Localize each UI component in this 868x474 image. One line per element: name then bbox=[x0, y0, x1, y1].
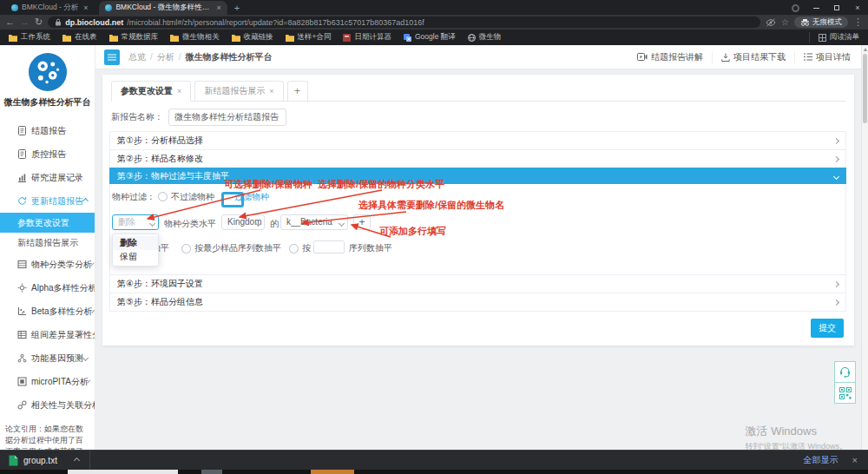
sidebar-item-qc-report[interactable]: 质控报告 bbox=[0, 142, 95, 166]
report-name-input[interactable] bbox=[168, 109, 286, 126]
rarefy-count-input[interactable] bbox=[313, 240, 345, 253]
sidebar-subitem-parameter-settings[interactable]: 参数更改设置 bbox=[0, 213, 95, 233]
report-name-row: 新报告名称： bbox=[111, 109, 286, 126]
file-icon bbox=[9, 455, 18, 466]
breadcrumb-overview[interactable]: 总览 bbox=[128, 51, 146, 63]
reading-list-button[interactable]: 阅读清单 bbox=[809, 32, 859, 43]
tab-parameter-settings[interactable]: 参数更改设置 × bbox=[111, 81, 191, 101]
menu-toggle-button[interactable] bbox=[104, 49, 120, 65]
sidebar-item-taxonomy[interactable]: 物种分类学分析 bbox=[0, 253, 95, 276]
bookmark-item[interactable]: 微生物相关 bbox=[170, 32, 220, 43]
add-tab-button[interactable]: + bbox=[287, 81, 308, 101]
citation-note: 论文引用：如果您在数据分析过程中使用了百迈客云平台或者获得了其他有效帮助，我们期… bbox=[5, 424, 89, 450]
step-5-header[interactable]: 第⑤步：样品分组信息 bbox=[109, 293, 846, 312]
radio-custom-rarefy[interactable] bbox=[289, 244, 299, 253]
chevron-up-icon[interactable] bbox=[74, 457, 80, 463]
eye-slash-icon[interactable] bbox=[766, 18, 776, 27]
step-4-header[interactable]: 第④步：环境因子设置 bbox=[109, 274, 846, 293]
sidebar-item-beta-diversity[interactable]: Beta多样性分析 bbox=[0, 300, 95, 323]
sidebar-item-report[interactable]: 结题报告 bbox=[0, 119, 95, 142]
close-window-button[interactable]: × bbox=[847, 1, 868, 15]
minimize-button[interactable] bbox=[806, 1, 826, 15]
annotation-select-level: 选择删除/保留的物种分类水平 bbox=[318, 178, 444, 191]
reload-icon[interactable]: ↻ bbox=[35, 17, 43, 27]
taxon-select[interactable]: k__Bacteria bbox=[280, 214, 348, 230]
bookmark-item[interactable]: 在线表 bbox=[62, 32, 97, 43]
dropdown-option-delete[interactable]: 删除 bbox=[113, 236, 158, 250]
download-bar: group.txt 全部显示 × bbox=[0, 450, 868, 470]
bookmark-item[interactable]: 收藏链接 bbox=[232, 32, 273, 43]
close-tab-icon[interactable]: × bbox=[83, 3, 88, 12]
sidebar-item-alpha-diversity[interactable]: Alpha多样性分析 bbox=[0, 276, 95, 300]
radio-no-filter[interactable] bbox=[158, 192, 168, 201]
taxonomy-level-select[interactable]: Kingdom bbox=[221, 214, 265, 230]
report-explain-button[interactable]: 结题报告讲解 bbox=[628, 51, 712, 63]
radio-min-rarefy[interactable] bbox=[181, 244, 191, 253]
folder-icon bbox=[9, 34, 17, 42]
taskbar-icon-segment bbox=[201, 470, 222, 474]
close-tab-icon[interactable]: × bbox=[269, 87, 273, 95]
scrollbar-thumb[interactable] bbox=[863, 54, 867, 123]
step-1-header[interactable]: 第①步：分析样品选择 bbox=[109, 131, 846, 150]
page-scrollbar[interactable] bbox=[861, 45, 868, 450]
back-icon[interactable]: ← bbox=[5, 17, 15, 27]
qr-code-button[interactable] bbox=[834, 382, 856, 404]
browser-tab-1[interactable]: BMKCloud - 分析 × bbox=[5, 1, 94, 15]
close-tab-icon[interactable]: × bbox=[216, 3, 220, 12]
sidebar-item-progress[interactable]: 研究进展记录 bbox=[0, 166, 95, 189]
bookmark-item[interactable]: 送样+合同 bbox=[286, 32, 332, 43]
bookmark-star-icon[interactable]: ☆ bbox=[781, 18, 789, 27]
sidebar-item-label: microPITA分析 bbox=[31, 376, 89, 388]
scroll-up-icon[interactable] bbox=[864, 48, 867, 51]
step-label: 第③步：物种过滤与丰度抽平 bbox=[117, 170, 229, 182]
sidebar-item-correlation[interactable]: 相关性与关联分析 bbox=[0, 393, 95, 417]
tab-new-report-view[interactable]: 新结题报告展示 × bbox=[194, 81, 283, 101]
sidebar-item-update-report[interactable]: 更新结题报告 bbox=[0, 189, 95, 213]
report-name-label: 新报告名称： bbox=[111, 111, 163, 123]
new-tab-icon[interactable]: + bbox=[234, 2, 240, 15]
rarefy-by-label[interactable]: 按 bbox=[302, 242, 311, 254]
add-row-button[interactable]: + bbox=[353, 214, 371, 230]
sidebar-item-function-prediction[interactable]: 功能基因预测 bbox=[0, 346, 95, 370]
radio-no-filter-label[interactable]: 不过滤物种 bbox=[171, 191, 214, 203]
profile-icon[interactable] bbox=[785, 1, 806, 15]
sidebar-item-label: 物种分类学分析 bbox=[31, 259, 92, 271]
platform-title: 微生物多样性分析平台 bbox=[0, 96, 95, 109]
sidebar-item-micropita[interactable]: microPITA分析 bbox=[0, 370, 95, 393]
project-details-button[interactable]: 项目详情 bbox=[794, 51, 859, 63]
menu-dots-icon[interactable]: ⋮ bbox=[853, 17, 863, 27]
submit-button[interactable]: 提交 bbox=[811, 319, 844, 338]
browser-tab-2[interactable]: BMKCloud - 微生物多样性分析 × bbox=[99, 1, 227, 15]
bookmark-item[interactable]: 工作系统 bbox=[9, 32, 50, 43]
customer-service-button[interactable] bbox=[834, 361, 856, 383]
project-download-button[interactable]: 项目结果下载 bbox=[712, 51, 794, 63]
close-download-bar-icon[interactable]: × bbox=[852, 455, 858, 465]
maximize-button[interactable] bbox=[826, 1, 847, 15]
download-filename: group.txt bbox=[23, 456, 57, 465]
radio-filter-label[interactable]: 过滤物种 bbox=[234, 191, 269, 203]
sidebar-item-label: Beta多样性分析 bbox=[31, 306, 93, 318]
tab-title: BMKCloud - 分析 bbox=[22, 3, 78, 13]
download-item[interactable]: group.txt bbox=[0, 451, 90, 470]
globe-icon bbox=[468, 34, 476, 42]
rarefy-suffix-label: 序列数抽平 bbox=[349, 242, 392, 254]
step-2-header[interactable]: 第②步：样品名称修改 bbox=[109, 149, 846, 168]
bookmark-item[interactable]: 常规数据库 bbox=[109, 32, 159, 43]
action-select[interactable]: 删除 bbox=[112, 214, 159, 230]
annotation-add-rows: 可添加多行填写 bbox=[379, 225, 446, 238]
dropdown-option-keep[interactable]: 保留 bbox=[113, 250, 158, 264]
radio-min-rarefy-label[interactable]: 按最少样品序列数抽平 bbox=[194, 242, 281, 254]
incognito-badge[interactable]: 无痕模式 bbox=[794, 16, 848, 28]
steps-collapse: 第①步：分析样品选择 第②步：样品名称修改 第③步：物种过滤与丰度抽平 物种过滤… bbox=[109, 132, 846, 312]
breadcrumb-analysis[interactable]: 分析 bbox=[157, 51, 174, 63]
forward-icon[interactable]: → bbox=[20, 17, 30, 27]
close-tab-icon[interactable]: × bbox=[177, 87, 181, 95]
show-all-downloads-button[interactable]: 全部显示 bbox=[804, 454, 838, 466]
bookmark-item[interactable]: 微生物 bbox=[468, 32, 502, 43]
sidebar-subitem-new-report-view[interactable]: 新结题报告展示 bbox=[0, 233, 95, 253]
address-bar[interactable]: dp.biocloud.net/microbial.html#/zh/perso… bbox=[48, 16, 760, 28]
bookmark-item[interactable]: 日期计算器 bbox=[343, 32, 391, 43]
sidebar-item-group-difference[interactable]: 组间差异显著性分析 bbox=[0, 323, 95, 346]
bookmark-item[interactable]: Google 翻译 bbox=[404, 32, 456, 43]
step-3-header[interactable]: 第③步：物种过滤与丰度抽平 bbox=[109, 168, 846, 185]
